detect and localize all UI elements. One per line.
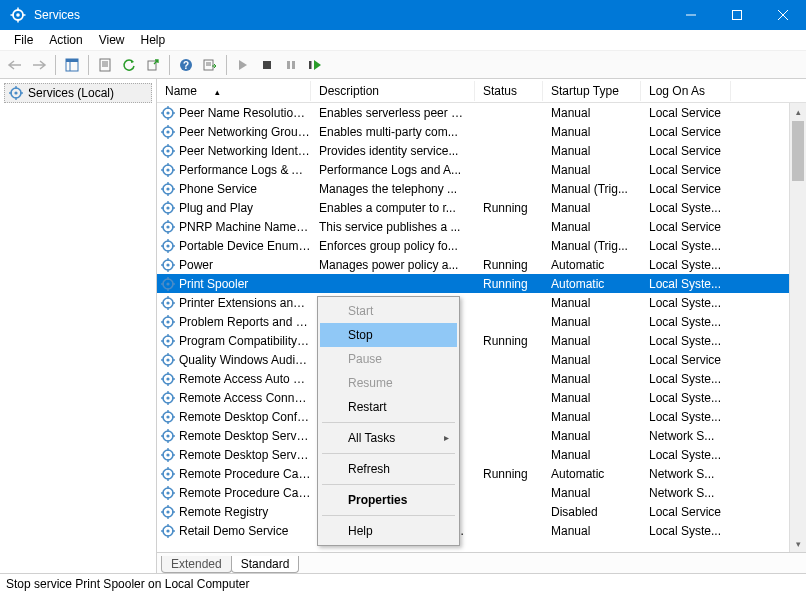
gear-icon	[161, 334, 175, 348]
ctx-separator	[322, 422, 455, 423]
column-description[interactable]: Description	[311, 81, 475, 101]
list-body[interactable]: Peer Name Resolution Prot...Enables serv…	[157, 103, 806, 552]
back-button[interactable]	[4, 54, 26, 76]
properties-button[interactable]	[94, 54, 116, 76]
ctx-pause[interactable]: Pause	[320, 347, 457, 371]
service-startup: Manual	[543, 144, 641, 158]
help-button[interactable]: ?	[175, 54, 197, 76]
context-menu: Start Stop Pause Resume Restart All Task…	[317, 296, 460, 546]
service-row[interactable]: Remote Desktop ServicesManualNetwork S..…	[157, 426, 806, 445]
menu-action[interactable]: Action	[41, 31, 90, 49]
service-startup: Manual (Trig...	[543, 239, 641, 253]
service-row[interactable]: Remote Procedure Call (RP...ManualNetwor…	[157, 483, 806, 502]
service-row[interactable]: Remote Access Auto Conne...ManualLocal S…	[157, 369, 806, 388]
menu-help[interactable]: Help	[133, 31, 174, 49]
service-name: Remote Desktop Services	[179, 429, 311, 443]
minimize-button[interactable]	[668, 0, 714, 30]
gear-icon	[161, 296, 175, 310]
service-row[interactable]: Plug and PlayEnables a computer to r...R…	[157, 198, 806, 217]
service-row[interactable]: Problem Reports and Soluti...ManualLocal…	[157, 312, 806, 331]
service-status: Running	[475, 201, 543, 215]
column-startup-type[interactable]: Startup Type	[543, 81, 641, 101]
service-logon: Local Syste...	[641, 372, 731, 386]
service-row[interactable]: Peer Name Resolution Prot...Enables serv…	[157, 103, 806, 122]
column-name[interactable]: Name▴	[157, 81, 311, 101]
service-row[interactable]: Remote Access Connection...ManualLocal S…	[157, 388, 806, 407]
service-name: Remote Procedure Call (RP...	[179, 486, 311, 500]
menu-file[interactable]: File	[6, 31, 41, 49]
tab-standard[interactable]: Standard	[231, 556, 300, 573]
menubar: File Action View Help	[0, 30, 806, 51]
export-button[interactable]	[142, 54, 164, 76]
close-button[interactable]	[760, 0, 806, 30]
ctx-stop[interactable]: Stop	[320, 323, 457, 347]
service-row[interactable]: Remote Desktop Configurat...ManualLocal …	[157, 407, 806, 426]
column-log-on-as[interactable]: Log On As	[641, 81, 731, 101]
service-logon: Local Syste...	[641, 258, 731, 272]
service-name: Printer Extensions and Notif...	[179, 296, 311, 310]
refresh-button[interactable]	[118, 54, 140, 76]
scrollbar[interactable]: ▴ ▾	[789, 103, 806, 552]
service-row[interactable]: Remote Desktop Services U...ManualLocal …	[157, 445, 806, 464]
service-row[interactable]: Phone ServiceManages the telephony ...Ma…	[157, 179, 806, 198]
ctx-start[interactable]: Start	[320, 299, 457, 323]
show-hide-tree-button[interactable]	[61, 54, 83, 76]
service-description: Manages power policy a...	[311, 258, 475, 272]
ctx-all-tasks[interactable]: All Tasks▸	[320, 426, 457, 450]
service-startup: Manual	[543, 391, 641, 405]
service-row[interactable]: Peer Networking Identity M...Provides id…	[157, 141, 806, 160]
ctx-properties[interactable]: Properties	[320, 488, 457, 512]
service-row[interactable]: Remote RegistryDisabledLocal Service	[157, 502, 806, 521]
scroll-thumb[interactable]	[792, 121, 804, 181]
service-row[interactable]: Peer Networking GroupingEnables multi-pa…	[157, 122, 806, 141]
tab-extended[interactable]: Extended	[161, 556, 232, 573]
ctx-help[interactable]: Help	[320, 519, 457, 543]
scroll-up-icon[interactable]: ▴	[790, 103, 806, 120]
menu-view[interactable]: View	[91, 31, 133, 49]
gear-icon	[161, 429, 175, 443]
gear-icon	[161, 277, 175, 291]
pause-service-button[interactable]	[280, 54, 302, 76]
forward-button[interactable]	[28, 54, 50, 76]
gear-icon	[161, 258, 175, 272]
service-row[interactable]: Remote Procedure Call (RPC)RunningAutoma…	[157, 464, 806, 483]
gear-icon	[161, 125, 175, 139]
service-startup: Manual	[543, 201, 641, 215]
toolbar-separator	[55, 55, 56, 75]
service-logon: Local Service	[641, 505, 731, 519]
maximize-button[interactable]	[714, 0, 760, 30]
service-row[interactable]: Retail Demo ServiceThe Retail Demo servi…	[157, 521, 806, 540]
service-startup: Manual	[543, 125, 641, 139]
start-service-button[interactable]	[232, 54, 254, 76]
ctx-separator	[322, 484, 455, 485]
scroll-down-icon[interactable]: ▾	[790, 535, 806, 552]
service-logon: Local Service	[641, 163, 731, 177]
service-logon: Local Service	[641, 144, 731, 158]
service-row[interactable]: Program Compatibility Assi...RunningManu…	[157, 331, 806, 350]
service-name: Plug and Play	[179, 201, 311, 215]
gear-icon	[161, 486, 175, 500]
ctx-resume[interactable]: Resume	[320, 371, 457, 395]
service-row[interactable]: Printer Extensions and Notif...ManualLoc…	[157, 293, 806, 312]
service-row[interactable]: Performance Logs & AlertsPerformance Log…	[157, 160, 806, 179]
service-row[interactable]: Print SpoolerRunningAutomaticLocal Syste…	[157, 274, 806, 293]
service-logon: Local Service	[641, 125, 731, 139]
service-row[interactable]: Portable Device Enumerator...Enforces gr…	[157, 236, 806, 255]
gear-icon	[161, 182, 175, 196]
svg-rect-32	[309, 61, 312, 69]
list-pane: Name▴ Description Status Startup Type Lo…	[157, 79, 806, 573]
ctx-refresh[interactable]: Refresh	[320, 457, 457, 481]
service-description: Provides identity service...	[311, 144, 475, 158]
column-status[interactable]: Status	[475, 81, 543, 101]
service-startup: Manual	[543, 315, 641, 329]
tree-root-item[interactable]: Services (Local)	[4, 83, 152, 103]
service-description: Enforces group policy fo...	[311, 239, 475, 253]
stop-service-button[interactable]	[256, 54, 278, 76]
service-row[interactable]: PowerManages power policy a...RunningAut…	[157, 255, 806, 274]
service-row[interactable]: Quality Windows Audio Vid...ManualLocal …	[157, 350, 806, 369]
gear-icon	[161, 524, 175, 538]
service-row[interactable]: PNRP Machine Name Publi...This service p…	[157, 217, 806, 236]
restart-service-button[interactable]	[304, 54, 326, 76]
export-list-button[interactable]	[199, 54, 221, 76]
ctx-restart[interactable]: Restart	[320, 395, 457, 419]
